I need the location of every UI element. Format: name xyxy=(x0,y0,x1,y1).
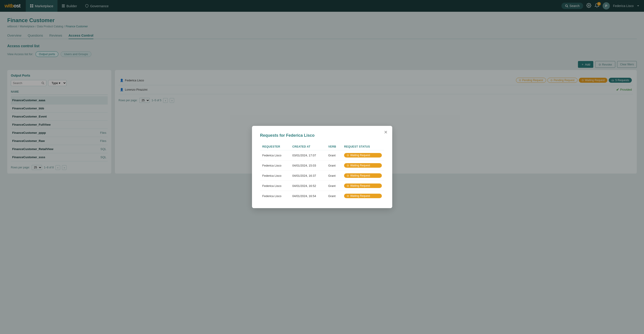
cell-status: ⊙ Waiting Request xyxy=(342,160,384,171)
col-verb-header: VERB xyxy=(326,143,342,150)
modal-title: Requests for Federica Lisco xyxy=(260,133,384,138)
requests-modal: ✕ Requests for Federica Lisco REQUESTER … xyxy=(252,126,392,208)
status-waiting-badge: ⊙ Waiting Request xyxy=(344,194,382,198)
status-waiting-badge: ⊙ Waiting Request xyxy=(344,184,382,188)
cell-status: ⊙ Waiting Request xyxy=(342,181,384,191)
modal-table: REQUESTER CREATED AT VERB REQUEST STATUS… xyxy=(260,143,384,201)
modal-table-row: Federica Lisco 04/01/2024, 16:54 Grant ⊙… xyxy=(260,191,384,201)
cell-created: 03/01/2024, 17:07 xyxy=(290,150,326,160)
cell-requester: Federica Lisco xyxy=(260,150,290,160)
col-created-header: CREATED AT xyxy=(290,143,326,150)
modal-table-row: Federica Lisco 04/01/2024, 15:03 Grant ⊙… xyxy=(260,160,384,171)
cell-verb: Grant xyxy=(326,191,342,201)
status-waiting-badge: ⊙ Waiting Request xyxy=(344,163,382,168)
cell-verb: Grant xyxy=(326,160,342,171)
cell-verb: Grant xyxy=(326,150,342,160)
cell-created: 04/01/2024, 15:03 xyxy=(290,160,326,171)
cell-verb: Grant xyxy=(326,181,342,191)
cell-created: 04/01/2024, 16:37 xyxy=(290,171,326,181)
cell-requester: Federica Lisco xyxy=(260,191,290,201)
modal-table-row: Federica Lisco 04/01/2024, 16:52 Grant ⊙… xyxy=(260,181,384,191)
modal-table-row: Federica Lisco 04/01/2024, 16:37 Grant ⊙… xyxy=(260,171,384,181)
cell-requester: Federica Lisco xyxy=(260,181,290,191)
modal-close-button[interactable]: ✕ xyxy=(384,129,388,135)
cell-requester: Federica Lisco xyxy=(260,160,290,171)
cell-requester: Federica Lisco xyxy=(260,171,290,181)
col-requester-header: REQUESTER xyxy=(260,143,290,150)
modal-overlay: ✕ Requests for Federica Lisco REQUESTER … xyxy=(0,0,644,334)
status-waiting-badge: ⊙ Waiting Request xyxy=(344,153,382,158)
col-status-header: REQUEST STATUS xyxy=(342,143,384,150)
cell-status: ⊙ Waiting Request xyxy=(342,191,384,201)
cell-verb: Grant xyxy=(326,171,342,181)
modal-table-row: Federica Lisco 03/01/2024, 17:07 Grant ⊙… xyxy=(260,150,384,160)
cell-status: ⊙ Waiting Request xyxy=(342,150,384,160)
status-waiting-badge: ⊙ Waiting Request xyxy=(344,173,382,178)
cell-created: 04/01/2024, 16:54 xyxy=(290,191,326,201)
cell-status: ⊙ Waiting Request xyxy=(342,171,384,181)
cell-created: 04/01/2024, 16:52 xyxy=(290,181,326,191)
